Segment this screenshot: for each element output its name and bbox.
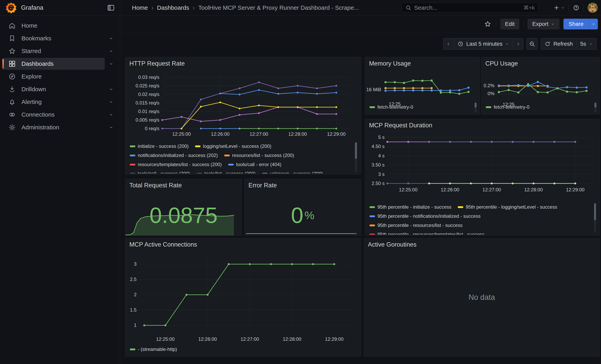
legend-scrollbar[interactable] (475, 103, 477, 112)
legend-item[interactable]: tools/list - success (200) (197, 171, 256, 173)
sidebar-item-dashboards[interactable]: Dashboards (0, 58, 120, 70)
time-shift-forward-button[interactable] (513, 38, 523, 49)
mcp-request-duration-chart[interactable]: 12:25:0012:26:0012:27:0012:28:0012:29:00… (365, 119, 596, 198)
grafana-logo-icon[interactable] (5, 2, 17, 14)
chart-legend: - (streamable-http) (130, 345, 353, 356)
svg-text:12:27:00: 12:27:00 (250, 131, 268, 137)
legend-item[interactable]: unknown - success (200) (262, 171, 323, 173)
help-icon (573, 5, 579, 11)
legend-item[interactable]: fetch-telemetry-0 (370, 104, 413, 110)
export-button[interactable]: Export (528, 19, 560, 30)
breadcrumb-dashboards[interactable]: Dashboards (157, 4, 189, 11)
sidebar-item-starred[interactable]: Starred (0, 45, 120, 58)
sidebar-item-home[interactable]: Home (0, 19, 120, 32)
legend-swatch (370, 206, 375, 208)
no-data-message: No data (364, 238, 600, 356)
chevron-down-icon[interactable] (105, 96, 118, 108)
breadcrumb-home[interactable]: Home (132, 4, 148, 11)
svg-text:0.03 req/s: 0.03 req/s (138, 75, 159, 80)
compass-icon (8, 73, 16, 80)
refresh-interval-picker[interactable]: 5s (576, 38, 596, 49)
legend-scrollbar[interactable] (594, 203, 596, 233)
chevron-down-icon[interactable] (105, 32, 118, 45)
panel-error-rate: Error Rate 0% (244, 179, 361, 236)
legend-row: fetch-telemetry-0 (370, 103, 472, 112)
legend-row: 95th percentile - initialize - success95… (370, 202, 588, 212)
legend-swatch (458, 206, 463, 208)
time-range-picker[interactable]: Last 5 minutes (454, 38, 513, 49)
svg-text:3 s: 3 s (378, 171, 385, 177)
chevron-down-icon (551, 22, 555, 26)
panel-title[interactable]: MCP Active Connections (129, 241, 197, 248)
chevron-down-icon (561, 6, 565, 10)
search-input[interactable] (414, 5, 521, 11)
legend-scrollbar[interactable] (355, 142, 357, 172)
panel-title[interactable]: Error Rate (249, 182, 277, 189)
sidebar-item-label: Dashboards (21, 60, 54, 67)
stat-value: 0% (244, 201, 361, 229)
help-button[interactable] (573, 5, 579, 11)
panel-title[interactable]: Total Request Rate (129, 182, 182, 189)
legend-label: fetch-telemetry-0 (377, 104, 413, 110)
search-box[interactable]: ⌘+k (402, 3, 538, 13)
add-new-button[interactable] (553, 5, 565, 11)
divider (523, 20, 523, 28)
time-shift-back-button[interactable] (443, 38, 454, 49)
sidebar-item-alerting[interactable]: Alerting (0, 96, 120, 108)
chevron-down-icon[interactable] (105, 58, 118, 70)
legend-item[interactable]: fetch-telemetry-0 (486, 104, 530, 110)
time-controls: Last 5 minutes Refresh 5s (443, 38, 597, 50)
panel-title[interactable]: CPU Usage (485, 60, 518, 67)
panel-title[interactable]: HTTP Request Rate (129, 60, 185, 67)
panel-title[interactable]: MCP Request Duration (369, 122, 432, 129)
share-button[interactable]: Share (563, 19, 589, 30)
sidebar-item-drilldown[interactable]: Drilldown (0, 83, 120, 96)
legend-item[interactable]: logging/setLevel - success (200) (195, 143, 271, 149)
user-avatar[interactable] (588, 3, 598, 13)
legend-item[interactable]: 95th percentile - resources/list - succe… (370, 223, 462, 228)
sidebar-item-explore[interactable]: Explore (0, 70, 120, 83)
refresh-button[interactable]: Refresh (541, 38, 576, 49)
legend-item[interactable]: - (streamable-http) (130, 346, 177, 352)
legend-item[interactable]: initialize - success (200) (130, 143, 189, 149)
svg-text:2.50 s: 2.50 s (372, 181, 385, 186)
legend-item[interactable]: 95th percentile - notifications/initiali… (370, 213, 481, 219)
refresh-icon (545, 41, 551, 47)
legend-item[interactable]: 95th percentile - resources/templates/li… (370, 232, 485, 235)
svg-text:16 MiB: 16 MiB (366, 87, 381, 92)
legend-scrollbar[interactable] (594, 103, 596, 112)
svg-text:12:26:00: 12:26:00 (441, 187, 459, 192)
chevron-down-icon[interactable] (105, 45, 118, 58)
legend-item[interactable]: 95th percentile - initialize - success (370, 204, 451, 210)
svg-text:3: 3 (134, 261, 137, 267)
share-dropdown-button[interactable] (589, 19, 598, 30)
chevron-down-icon[interactable] (105, 83, 118, 96)
svg-text:12:28:00: 12:28:00 (283, 336, 301, 342)
panel-title[interactable]: Memory Usage (369, 60, 411, 67)
edit-button[interactable]: Edit (500, 19, 519, 30)
zoom-out-button[interactable] (526, 38, 538, 50)
mcp-active-connections-chart[interactable]: 12:25:0012:26:0012:27:0012:28:0012:29:00… (125, 238, 356, 342)
chevron-left-icon (446, 41, 451, 46)
legend-item[interactable]: tools/call - error (404) (228, 162, 281, 167)
sidebar-item-bookmarks[interactable]: Bookmarks (0, 32, 120, 45)
sidebar-item-label: Bookmarks (21, 35, 51, 42)
legend-item[interactable]: resources/list - success (200) (224, 153, 294, 158)
sidebar-item-connections[interactable]: Connections (0, 108, 120, 121)
favorite-star-button[interactable] (483, 20, 492, 29)
chevron-down-icon[interactable] (105, 108, 118, 121)
http-request-rate-chart[interactable]: 12:25:0012:26:0012:27:0012:28:0012:29:00… (125, 57, 356, 143)
legend-item[interactable]: 95th percentile - logging/setLevel - suc… (458, 204, 557, 210)
chevron-down-icon[interactable] (105, 121, 118, 134)
refresh-label: Refresh (553, 41, 573, 47)
sidebar-toggle-icon[interactable] (107, 4, 115, 12)
share-split-button[interactable]: Share (563, 19, 598, 30)
svg-text:4.50 s: 4.50 s (372, 144, 385, 149)
sidebar-item-label: Drilldown (21, 86, 46, 93)
sidebar-item-administration[interactable]: Administration (0, 121, 120, 134)
legend-item[interactable]: tools/call - success (200) (130, 171, 190, 173)
legend-item[interactable]: resources/templates/list - success (200) (130, 162, 222, 167)
panel-title[interactable]: Active Goroutines (368, 241, 417, 248)
legend-label: tools/call - success (200) (138, 171, 190, 173)
legend-item[interactable]: notifications/initialized - success (202… (130, 153, 218, 158)
